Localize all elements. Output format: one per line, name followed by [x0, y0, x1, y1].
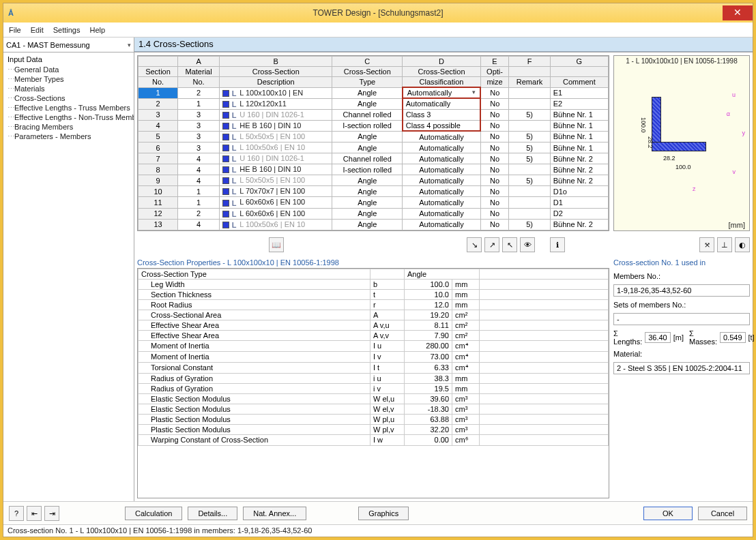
props-row[interactable]: Moment of InertiaI u280.00cm⁴ — [139, 340, 609, 351]
menu-bar: File Edit Settings Help — [3, 22, 753, 38]
table-row[interactable]: 53L L 50x50x5 | EN 100AngleAutomatically… — [139, 131, 609, 142]
props-row[interactable]: Radius of Gyrationi u38.3mm — [139, 373, 609, 383]
members-label: Members No.: — [613, 272, 750, 280]
props-row[interactable]: Cross-Section TypeAngle — [139, 269, 609, 279]
members-box[interactable]: 1-9,18-26,35-43,52-60 — [613, 284, 750, 297]
tree-root[interactable]: Input Data — [8, 55, 130, 63]
lengths-value: 36.40 — [645, 332, 671, 343]
props-row[interactable]: Radius of Gyrationi v19.5mm — [139, 383, 609, 393]
table-row[interactable]: 21L L 120x120x11AngleAutomaticallyNoE2 — [139, 98, 609, 109]
info-icon[interactable]: ℹ — [550, 237, 565, 252]
lengths-label: Σ Lengths: — [613, 329, 642, 346]
section-title: 1.4 Cross-Sections — [134, 38, 753, 52]
props-row[interactable]: Elastic Section ModulusW el,u39.60cm³ — [139, 393, 609, 404]
graphics-button[interactable]: Graphics — [358, 507, 409, 520]
props-row[interactable]: Effective Shear AreaA v,v7.90cm² — [139, 330, 609, 340]
props-row[interactable]: Warping Constant of Cross-SectionI w0.00… — [139, 434, 609, 445]
dimension-icon[interactable]: ⊥ — [717, 237, 732, 252]
props-row[interactable]: Torsional ConstantI t6.33cm⁴ — [139, 362, 609, 373]
stress-icon[interactable]: ◐ — [735, 237, 750, 252]
table-row[interactable]: 101L L 70x70x7 | EN 100AngleAutomaticall… — [139, 186, 609, 197]
tree-item[interactable]: Parameters - Members — [14, 132, 130, 141]
app-icon: Å — [3, 9, 18, 17]
import-icon[interactable]: ↗ — [484, 237, 499, 252]
table-row[interactable]: 94L L 50x50x5 | EN 100AngleAutomatically… — [139, 175, 609, 186]
table-row[interactable]: 84L HE B 160 | DIN 10I-section rolledAut… — [139, 164, 609, 175]
tree-item[interactable]: Cross-Sections — [14, 93, 130, 103]
nat-annex-button[interactable]: Nat. Annex... — [243, 507, 306, 520]
tree-item[interactable]: Effective Lengths - Truss Members — [14, 103, 130, 112]
prev-icon[interactable]: ⇤ — [27, 506, 42, 521]
props-row[interactable]: Moment of InertiaI v73.00cm⁴ — [139, 351, 609, 362]
used-in-label: Cross-section No. 1 used in — [613, 258, 750, 267]
table-row[interactable]: 63L L 100x50x6 | EN 10AngleAutomatically… — [139, 142, 609, 153]
tree-item[interactable]: Bracing Members — [14, 122, 130, 132]
title-bar: Å TOWER Design - [Schulungsmast2] ✕ — [3, 3, 753, 22]
ok-button[interactable]: OK — [643, 507, 693, 520]
export-icon[interactable]: ↘ — [467, 237, 482, 252]
masses-label: Σ Masses: — [689, 329, 717, 346]
masses-value: 0.549 — [720, 332, 746, 343]
tree-item[interactable]: Member Types — [14, 74, 130, 84]
props-row[interactable]: Root Radiusr12.0mm — [139, 299, 609, 310]
props-table[interactable]: Cross-Section TypeAngleLeg Widthb100.0mm… — [137, 268, 609, 498]
props-row[interactable]: Elastic Section ModulusW el,v-18.30cm³ — [139, 404, 609, 414]
table-row[interactable]: 122L L 60x60x6 | EN 100AngleAutomaticall… — [139, 208, 609, 219]
calculation-button[interactable]: Calculation — [125, 507, 182, 520]
material-label: Material: — [613, 350, 750, 358]
pick-icon[interactable]: ↖ — [502, 237, 517, 252]
case-combo[interactable]: CA1 - MAST Bemessung — [3, 38, 134, 52]
eye-icon[interactable]: 👁 — [520, 237, 535, 252]
props-row[interactable]: Section Thicknesst10.0mm — [139, 289, 609, 299]
props-row[interactable]: Plastic Section ModulusW pl,u63.88cm³ — [139, 414, 609, 424]
table-row[interactable]: 43L HE B 160 | DIN 10I-section rolledCla… — [139, 120, 609, 131]
details-button[interactable]: Details... — [188, 507, 237, 520]
library-icon[interactable]: 📖 — [269, 237, 284, 252]
nav-tree[interactable]: Input Data General DataMember TypesMater… — [3, 52, 134, 501]
table-row[interactable]: 134L L 100x50x6 | EN 10AngleAutomaticall… — [139, 219, 609, 230]
props-row[interactable]: Plastic Section ModulusW pl,v32.20cm³ — [139, 424, 609, 434]
props-row[interactable]: Cross-Sectional AreaA19.20cm² — [139, 310, 609, 320]
menu-file[interactable]: File — [9, 26, 21, 34]
menu-settings[interactable]: Settings — [53, 26, 81, 34]
props-row[interactable]: Effective Shear AreaA v,u8.11cm² — [139, 320, 609, 330]
sets-label: Sets of members No.: — [613, 301, 750, 309]
preview-unit: [mm] — [729, 221, 745, 229]
section-preview: 1 - L 100x100x10 | EN 10056-1:1998 100.0… — [613, 55, 750, 231]
table-row[interactable]: 33L U 160 | DIN 1026-1Channel rolledClas… — [139, 109, 609, 120]
table-row[interactable]: 12L L 100x100x10 | ENAngleAutomaticallyA… — [139, 87, 609, 98]
menu-help[interactable]: Help — [89, 26, 105, 34]
help-icon[interactable]: ? — [9, 506, 24, 521]
axes-icon[interactable]: ⤧ — [699, 237, 714, 252]
preview-title: 1 - L 100x100x10 | EN 10056-1:1998 — [614, 57, 749, 65]
table-row[interactable]: 74L U 160 | DIN 1026-1Channel rolledAuto… — [139, 153, 609, 164]
table-row[interactable]: 111L L 60x60x6 | EN 100AngleAutomaticall… — [139, 197, 609, 208]
tree-item[interactable]: Effective Lengths - Non-Truss Members — [14, 112, 130, 122]
tree-item[interactable]: Materials — [14, 84, 130, 93]
close-button[interactable]: ✕ — [723, 5, 753, 20]
menu-edit[interactable]: Edit — [31, 26, 44, 34]
props-row[interactable]: Leg Widthb100.0mm — [139, 279, 609, 289]
tree-item[interactable]: General Data — [14, 65, 130, 74]
next-icon[interactable]: ⇥ — [44, 506, 59, 521]
sets-box[interactable]: - — [613, 313, 750, 325]
status-bar: Cross-section No. 1 - L 100x100x10 | EN … — [3, 524, 753, 537]
cross-sections-table[interactable]: ABCDEFGSectionMaterialCross-SectionCross… — [137, 55, 609, 231]
cancel-button[interactable]: Cancel — [698, 507, 747, 520]
props-title: Cross-Section Properties - L 100x100x10 … — [137, 258, 609, 267]
material-box[interactable]: 2 - Steel S 355 | EN 10025-2:2004-11 — [613, 362, 750, 374]
window-title: TOWER Design - [Schulungsmast2] — [3, 8, 753, 18]
